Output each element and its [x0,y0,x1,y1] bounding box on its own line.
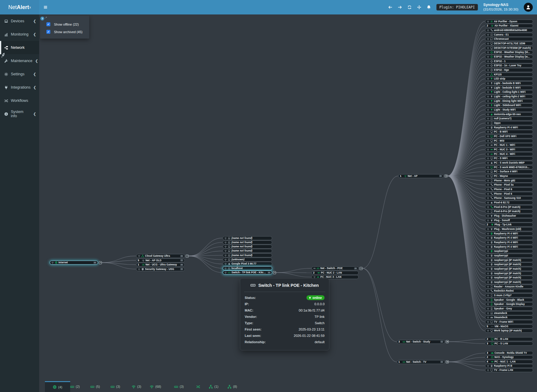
node-name-not-found[interactable]: (name not found) [223,240,272,244]
node-reader-amazon-kindle[interactable]: Reader - Amazon Kindle [485,285,533,289]
node-net-switch-study[interactable]: 3Net - Switch - Study [397,340,445,344]
node-raspberrypi-ip-match[interactable]: raspberrypi (IP match) [485,267,533,271]
node-light-bedside-s-wifi[interactable]: Light - bedside S WiFi [485,86,533,90]
node-air-purifier-dyson[interactable]: Air Purifier - Dyson [485,20,533,24]
node-vm-nixos[interactable]: 5VM - NixOS [485,325,533,328]
sidebar-item-settings[interactable]: Settings❮ [0,67,39,81]
node-pc-nuc-3-wifi[interactable]: PC - NUC 3 - WiFi [485,148,533,152]
node-led-strip[interactable]: LED strip [485,77,533,81]
node-menu-button[interactable] [440,340,443,343]
node-steamdeck[interactable]: steamdeck [485,311,533,315]
subnet-tab-switch-3[interactable]: (3) [108,381,123,392]
node-name-not-found[interactable]: (name not found) [223,253,272,257]
node-android-68608b93a00e4690[interactable]: android-68608b93a00e4690 [485,28,533,32]
node-name-not-found[interactable]: (name not found) [223,236,272,240]
node-phone-samsung-s10[interactable]: Phone - Samsung S10 [485,196,533,200]
node-pc-wayne[interactable]: PC - Wayne [485,174,533,178]
node-s-mum-z-flip7[interactable]: S mum Z-Flip7 [485,293,533,297]
node-speaker-google-display[interactable]: Speaker - Google Display [485,302,533,306]
pan-mode-button[interactable] [417,5,421,9]
node-pc-nuc-4-wifi[interactable]: PC - NUC 4 - WiFi [485,152,533,156]
collapse-button-net-switch-poe[interactable] [360,267,363,270]
node-switch-tp-link-poe-kitchen[interactable]: Switch - TP link POE - Kitchen [223,271,272,274]
subnet-tab-switch-3[interactable]: (3) [171,381,187,392]
node-pc-dell-xps-wifi[interactable]: PC - Dell XPS WiFi [485,134,533,138]
show-offline-label[interactable]: Show offline (22) [54,23,79,26]
node-raspberry-pi-4-wifi[interactable]: Raspberry Pi 4 WiFi [485,245,533,249]
node-light-bedside-b-wifi[interactable]: Light - bedside B WiFi [485,81,533,85]
node-steamdeck[interactable]: Steamdeck [485,315,533,319]
node-net-ap-old[interactable]: 5Net - AP OLD [136,259,185,262]
node-light-ceiling-light-1-wifi[interactable]: Light - Ceiling-light-1 WiFi [485,90,533,94]
node-localhost[interactable]: localhost [223,266,272,270]
node-oppo[interactable]: Oppo [485,121,533,125]
node-pc-nuc-1-lan[interactable]: 4PC - NUC 1 - LAN [485,360,533,364]
node-light-sideboard-wifi[interactable]: Light - Sideboard WiFi [485,103,533,107]
node-pixel-6-82-72[interactable]: Pixel-6 82:72 [485,201,533,205]
avatar[interactable] [524,3,533,12]
nav-forward-button[interactable] [398,5,402,9]
subnet-tab-wifi-3[interactable]: (3) [129,381,144,392]
subnet-tab-sitemap-1[interactable]: (1) [206,381,221,392]
node-net-ap[interactable]: 1Net - AP [398,174,444,178]
node-raspberrypi-ip-match[interactable]: raspberrypi (IP match) [485,258,533,262]
node-pc-s-work-daniels-mbp[interactable]: PC - S work Daniels-MBP [485,161,533,165]
node-pc-s-lan[interactable]: 3PC - S LAN [485,342,533,346]
node-plug-dishwasher[interactable]: Plug - Dishwasher [485,214,533,218]
node-speaker-google-black[interactable]: Speaker - Google - Black [485,298,533,302]
node-pc-nuc-1-wifi[interactable]: PC - NUC 1 - WiFi [485,143,533,147]
node-internet[interactable]: Internet [50,261,98,265]
node-menu-button[interactable] [180,264,183,266]
node-menu-button[interactable] [180,259,183,262]
node-net-ucg-ultra-gateway[interactable]: 1Net - UCG - Ultra Gateway [136,263,185,267]
node-speaker-grey[interactable]: Speaker - Grey [485,307,533,311]
show-archived-checkbox[interactable]: ✔ [46,30,50,34]
sidebar-item-network[interactable]: Network [0,41,39,54]
node-security-gateway-usg[interactable]: Security Gateway - USG [136,267,185,271]
node-raspberry-pi-4-wifi[interactable]: Raspberry Pi 4 WiFi [485,240,533,244]
node-null-camera[interactable]: null (camera?) [485,117,533,121]
node-raspberry-pi-4-wifi[interactable]: Raspberry Pi 4 WiFi [485,232,533,236]
node-pixel-9-pro-ip-match[interactable]: Pixel-9-Pro (IP match) [485,205,533,209]
node-plug-tp-link[interactable]: 2Plug - Tp-Link [485,223,533,227]
node-light-study-wifi[interactable]: Light - Study WiFi [485,108,533,112]
node-raspberry-pi-4-wifi[interactable]: Raspberry Pi 4 WiFi [485,126,533,130]
help-icon[interactable]: ? [40,17,44,20]
sidebar-item-system-info[interactable]: System info❮ [0,107,39,121]
collapse-button-cloud-gateway-ultra[interactable] [186,255,189,258]
node-pc-msi[interactable]: PC - MSI [485,139,533,143]
sidebar-toggle-button[interactable] [39,0,52,14]
sidebar-item-integrations[interactable]: Integrations❮ [0,81,39,94]
node-net-switch-poe[interactable]: Net - Switch - POE [312,266,359,270]
node-name-not-found[interactable]: (name not found) [223,245,272,249]
node-raspberrypi-ip-match[interactable]: raspberrypi (IP match) [485,280,533,284]
subnet-tab-shuffle[interactable] [190,381,206,392]
node-pixel-9-pro-ip-match[interactable]: Pixel-9-Pro (IP match) [485,209,533,213]
node-pc-nuc-2-lan[interactable]: 2PC - NUC 2 - LAN [312,271,359,275]
node-console-nvidia-shield-tv[interactable]: 3Console - Nvidia Shield TV [485,351,533,355]
node-desktop-iv7e55m-ip-match[interactable]: DESKTOP-IV7E55M (IP match) [485,46,533,50]
show-archived-label[interactable]: Show archived (45) [54,30,83,34]
node-phone-pixel-6[interactable]: Phone - Pixel 6 [485,192,533,196]
node-nas-synology[interactable]: 2NAS - Synology [485,355,533,359]
node-menu-button[interactable] [93,262,96,264]
node-kp115[interactable]: KP115 [485,73,533,77]
node-raspberrypi-ip-match[interactable]: raspberrypi (IP match) [485,271,533,275]
subnet-tab-switch-5[interactable]: (5) [87,381,103,392]
node-menu-button[interactable] [268,271,271,274]
collapse-button-switch-tp-link-poe-kitchen[interactable] [273,271,276,274]
node-esp32-weather-display-bl[interactable]: ESP32 - Weather Display (bl... [485,50,533,54]
node-camera-e1[interactable]: Camera - E1 [485,33,533,37]
node-tv-frame-lan[interactable]: TV - Frame LAN [485,368,533,372]
node-esp32-ttgo[interactable]: ESP32 - ttgo [485,68,533,72]
node-menu-button[interactable] [439,175,442,177]
node-light-dining-light-wifi[interactable]: Light - Dining light WiFi [485,99,533,103]
node-menu-button[interactable] [354,267,357,270]
node-air-purifier-xiaomi[interactable]: 2Air Purifier - Xiaomi [485,24,533,28]
node-esp32-1n-laser-toy[interactable]: ESP32 - 1n - Laser Toy [485,64,533,67]
node-redmi5a-redmi[interactable]: Redmi5A-Redmi [485,289,533,293]
node-menu-button[interactable] [180,255,183,257]
node-pc-b-lan[interactable]: 2PC - B LAN [485,337,533,341]
node-phone-moto-g82[interactable]: Phone - Moto g82 [485,179,533,183]
node-plug-washroom-old[interactable]: Plug - Washroom (old) [485,227,533,231]
